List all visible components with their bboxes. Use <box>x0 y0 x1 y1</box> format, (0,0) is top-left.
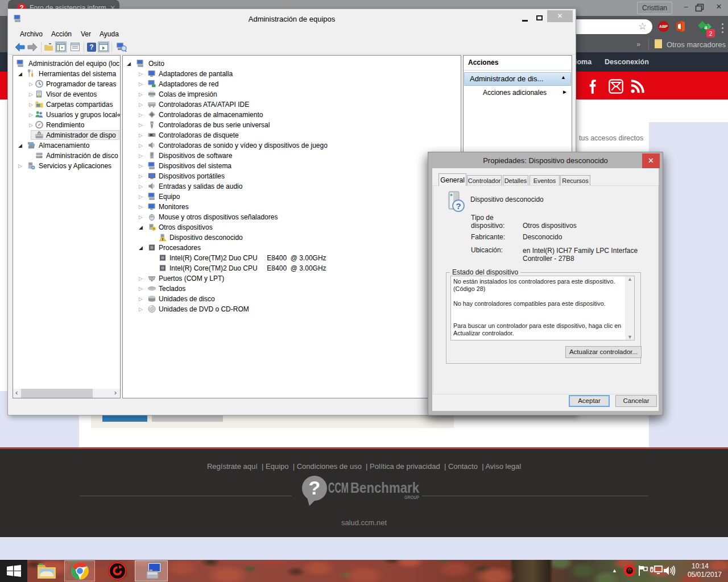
svg-text:Benchmark: Benchmark <box>350 479 419 496</box>
svg-text:?: ? <box>309 477 321 498</box>
svg-text:2: 2 <box>709 31 713 37</box>
svg-text:?: ? <box>456 201 461 211</box>
svg-text:CCM: CCM <box>328 479 349 496</box>
svg-text:GROUP: GROUP <box>404 494 419 500</box>
